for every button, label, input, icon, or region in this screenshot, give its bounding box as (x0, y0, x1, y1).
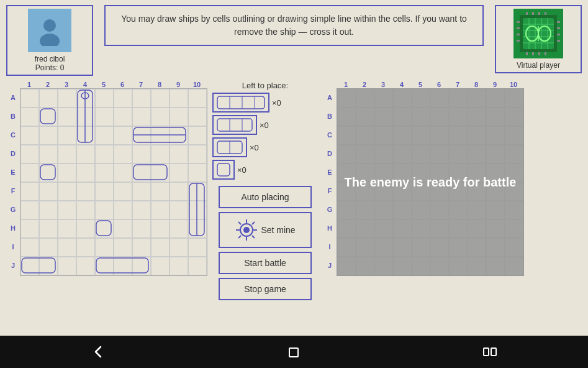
cell-91[interactable] (39, 257, 58, 275)
set-mine-button[interactable]: Set mine (219, 212, 312, 248)
cell-22[interactable] (58, 126, 76, 145)
cell-55[interactable] (114, 182, 132, 201)
cell-13[interactable] (76, 108, 95, 126)
cell-45[interactable] (114, 163, 132, 182)
cell-10[interactable] (20, 108, 39, 126)
cell-41[interactable] (39, 163, 58, 182)
cell-3[interactable] (76, 89, 95, 108)
cell-89[interactable] (188, 238, 207, 257)
cell-19[interactable] (188, 108, 207, 126)
cell-97[interactable] (151, 257, 170, 275)
cell-28[interactable] (170, 126, 188, 145)
cell-78[interactable] (170, 219, 188, 238)
cell-98[interactable] (170, 257, 188, 275)
cell-87[interactable] (151, 238, 170, 257)
cell-99[interactable] (188, 257, 207, 275)
cell-82[interactable] (58, 238, 76, 257)
cell-44[interactable] (95, 163, 114, 182)
cell-74[interactable] (95, 219, 114, 238)
cell-71[interactable] (39, 219, 58, 238)
cell-33[interactable] (76, 145, 95, 163)
cell-12[interactable] (58, 108, 76, 126)
cell-37[interactable] (151, 145, 170, 163)
cell-46[interactable] (132, 163, 151, 182)
cell-50[interactable] (20, 182, 39, 201)
cell-15[interactable] (114, 108, 132, 126)
cell-36[interactable] (132, 145, 151, 163)
cell-20[interactable] (20, 126, 39, 145)
cell-90[interactable] (20, 257, 39, 275)
cell-70[interactable] (20, 219, 39, 238)
cell-84[interactable] (95, 238, 114, 257)
cell-94[interactable] (95, 257, 114, 275)
cell-77[interactable] (151, 219, 170, 238)
cell-63[interactable] (76, 201, 95, 219)
cell-96[interactable] (132, 257, 151, 275)
cell-72[interactable] (58, 219, 76, 238)
cell-76[interactable] (132, 219, 151, 238)
cell-26[interactable] (132, 126, 151, 145)
cell-34[interactable] (95, 145, 114, 163)
cell-53[interactable] (76, 182, 95, 201)
cell-92[interactable] (58, 257, 76, 275)
cell-80[interactable] (20, 238, 39, 257)
cell-49[interactable] (188, 163, 207, 182)
cell-40[interactable] (20, 163, 39, 182)
cell-42[interactable] (58, 163, 76, 182)
cell-54[interactable] (95, 182, 114, 201)
cell-48[interactable] (170, 163, 188, 182)
cell-68[interactable] (170, 201, 188, 219)
cell-88[interactable] (170, 238, 188, 257)
cell-24[interactable] (95, 126, 114, 145)
cell-8[interactable] (170, 89, 188, 108)
cell-6[interactable] (132, 89, 151, 108)
cell-11[interactable] (39, 108, 58, 126)
cell-23[interactable] (76, 126, 95, 145)
cell-47[interactable] (151, 163, 170, 182)
cell-52[interactable] (58, 182, 76, 201)
cell-32[interactable] (58, 145, 76, 163)
cell-18[interactable] (170, 108, 188, 126)
cell-2[interactable] (58, 89, 76, 108)
cell-21[interactable] (39, 126, 58, 145)
cell-66[interactable] (132, 201, 151, 219)
cell-58[interactable] (170, 182, 188, 201)
start-battle-button[interactable]: Start battle (219, 252, 312, 274)
cell-30[interactable] (20, 145, 39, 163)
home-button[interactable] (281, 339, 306, 364)
player-grid[interactable]: for(let i=0;i<100;i++){ document.write('… (20, 88, 207, 276)
cell-69[interactable] (188, 201, 207, 219)
cell-16[interactable] (132, 108, 151, 126)
back-button[interactable] (86, 339, 111, 364)
cell-14[interactable] (95, 108, 114, 126)
cell-79[interactable] (188, 219, 207, 238)
stop-game-button[interactable]: Stop game (219, 278, 312, 300)
cell-17[interactable] (151, 108, 170, 126)
cell-35[interactable] (114, 145, 132, 163)
cell-25[interactable] (114, 126, 132, 145)
cell-29[interactable] (188, 126, 207, 145)
cell-62[interactable] (58, 201, 76, 219)
auto-placing-button[interactable]: Auto placing (219, 186, 312, 208)
cell-61[interactable] (39, 201, 58, 219)
cell-31[interactable] (39, 145, 58, 163)
cell-83[interactable] (76, 238, 95, 257)
cell-57[interactable] (151, 182, 170, 201)
cell-93[interactable] (76, 257, 95, 275)
cell-85[interactable] (114, 238, 132, 257)
cell-65[interactable] (114, 201, 132, 219)
cell-5[interactable] (114, 89, 132, 108)
cell-56[interactable] (132, 182, 151, 201)
cell-73[interactable] (76, 219, 95, 238)
cell-95[interactable] (114, 257, 132, 275)
cell-9[interactable] (188, 89, 207, 108)
cell-43[interactable] (76, 163, 95, 182)
cell-64[interactable] (95, 201, 114, 219)
cell-39[interactable] (188, 145, 207, 163)
cell-81[interactable] (39, 238, 58, 257)
cell-7[interactable] (151, 89, 170, 108)
cell-38[interactable] (170, 145, 188, 163)
cell-27[interactable] (151, 126, 170, 145)
cell-59[interactable] (188, 182, 207, 201)
cell-0[interactable] (20, 89, 39, 108)
